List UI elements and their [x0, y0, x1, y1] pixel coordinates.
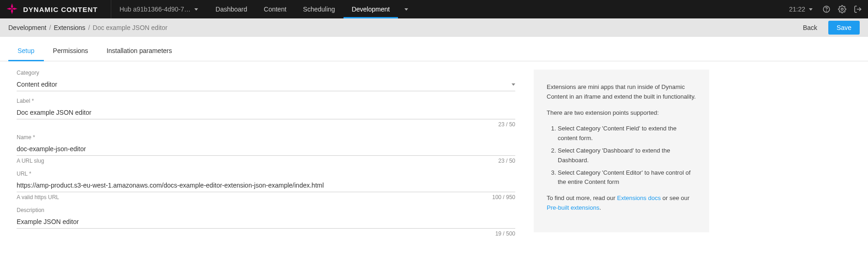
back-button[interactable]: Back — [797, 21, 823, 34]
topbar: DYNAMIC CONTENT Hub a91b1366-4d90-7… Das… — [0, 0, 868, 18]
hub-label: Hub a91b1366-4d90-7… — [120, 6, 191, 13]
topbar-right: 21:22 — [786, 5, 862, 14]
label-label: Label * — [17, 98, 515, 104]
url-label: URL * — [17, 171, 515, 177]
label-counter: 23 / 50 — [498, 121, 515, 128]
chevron-down-icon — [809, 8, 813, 11]
chevron-down-icon — [512, 83, 515, 86]
logout-icon[interactable] — [853, 5, 862, 14]
svg-marker-0 — [11, 3, 13, 9]
breadcrumb-current: Doc example JSON editor — [93, 24, 168, 31]
help-icon[interactable] — [822, 5, 831, 14]
url-counter: 100 / 950 — [492, 194, 515, 200]
name-label: Name * — [17, 134, 515, 141]
save-button[interactable]: Save — [828, 21, 860, 35]
panel-p3: To find out more, read our Extensions do… — [547, 194, 696, 213]
tabs: Setup Permissions Installation parameter… — [0, 41, 868, 61]
svg-marker-2 — [11, 9, 13, 14]
category-select[interactable]: Content editor — [17, 78, 515, 91]
panel-p1: Extensions are mini apps that run inside… — [547, 83, 696, 102]
chevron-down-icon — [404, 8, 408, 11]
category-value: Content editor — [17, 81, 57, 88]
panel-li2: Select Category 'Dashboard' to extend th… — [558, 146, 696, 165]
brand-title: DYNAMIC CONTENT — [23, 6, 98, 13]
description-input[interactable] — [17, 215, 515, 229]
field-url: URL * A valid https URL 100 / 950 — [17, 171, 515, 200]
url-hint: A valid https URL — [17, 194, 59, 200]
svg-point-6 — [841, 8, 844, 11]
tab-installation-parameters[interactable]: Installation parameters — [97, 41, 181, 61]
nav-scheduling[interactable]: Scheduling — [295, 0, 343, 18]
nav-more-dropdown[interactable] — [401, 0, 412, 18]
divider — [111, 0, 111, 18]
panel-p3a: To find out more, read our — [547, 194, 617, 201]
brand: DYNAMIC CONTENT — [6, 2, 98, 17]
field-name: Name * A URL slug 23 / 50 — [17, 134, 515, 164]
panel-list: Select Category 'Content Field' to exten… — [547, 124, 696, 187]
nav-development[interactable]: Development — [344, 0, 398, 18]
time-selector[interactable]: 21:22 — [786, 6, 815, 13]
tab-permissions[interactable]: Permissions — [44, 41, 97, 61]
brand-logo-icon — [6, 2, 18, 17]
tab-setup[interactable]: Setup — [8, 41, 44, 61]
chevron-down-icon — [194, 8, 198, 11]
form-column: Category Content editor Label * 23 / 50 … — [17, 70, 515, 243]
url-input[interactable] — [17, 179, 515, 192]
nav-content[interactable]: Content — [255, 0, 295, 18]
prebuilt-extensions-link[interactable]: Pre-built extensions — [547, 204, 599, 211]
name-hint: A URL slug — [17, 158, 44, 164]
name-input[interactable] — [17, 142, 515, 156]
extensions-docs-link[interactable]: Extensions docs — [617, 194, 661, 201]
main-nav: Dashboard Content Scheduling Development — [207, 0, 412, 18]
field-description: Description 19 / 500 — [17, 207, 515, 237]
description-label: Description — [17, 207, 515, 213]
subheader: Development / Extensions / Doc example J… — [0, 18, 868, 37]
panel-li1: Select Category 'Content Field' to exten… — [558, 124, 696, 143]
breadcrumb: Development / Extensions / Doc example J… — [8, 24, 168, 31]
time-value: 21:22 — [789, 6, 805, 13]
label-input[interactable] — [17, 106, 515, 119]
nav-dashboard[interactable]: Dashboard — [207, 0, 256, 18]
svg-marker-3 — [6, 7, 12, 10]
breadcrumb-development[interactable]: Development — [8, 24, 47, 31]
panel-p3c: . — [599, 204, 601, 211]
svg-marker-1 — [12, 7, 18, 10]
info-panel: Extensions are mini apps that run inside… — [534, 70, 709, 232]
panel-p3b: or see our — [661, 194, 689, 201]
field-label: Label * 23 / 50 — [17, 98, 515, 128]
settings-icon[interactable] — [838, 5, 847, 14]
category-label: Category — [17, 70, 515, 76]
breadcrumb-separator: / — [88, 24, 90, 31]
hub-selector[interactable]: Hub a91b1366-4d90-7… — [115, 6, 203, 13]
panel-p2: There are two extension points supported… — [547, 108, 696, 118]
breadcrumb-extensions[interactable]: Extensions — [54, 24, 85, 31]
svg-point-5 — [826, 11, 827, 11]
breadcrumb-separator: / — [49, 24, 51, 31]
field-category: Category Content editor — [17, 70, 515, 91]
subheader-actions: Back Save — [797, 21, 860, 35]
content: Category Content editor Label * 23 / 50 … — [0, 61, 868, 252]
description-counter: 19 / 500 — [495, 230, 515, 237]
name-counter: 23 / 50 — [498, 158, 515, 164]
panel-li3: Select Category 'Content Editor' to have… — [558, 168, 696, 188]
